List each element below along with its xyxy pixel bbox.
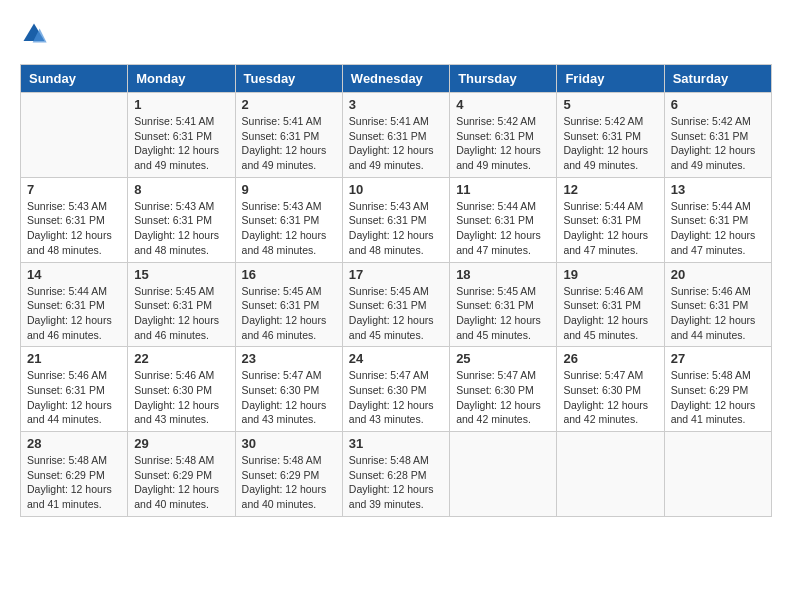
- day-info: Sunrise: 5:42 AMSunset: 6:31 PMDaylight:…: [456, 114, 550, 173]
- calendar-cell: 28Sunrise: 5:48 AMSunset: 6:29 PMDayligh…: [21, 432, 128, 517]
- day-number: 20: [671, 267, 765, 282]
- day-info: Sunrise: 5:48 AMSunset: 6:29 PMDaylight:…: [242, 453, 336, 512]
- day-info: Sunrise: 5:45 AMSunset: 6:31 PMDaylight:…: [134, 284, 228, 343]
- calendar-cell: 24Sunrise: 5:47 AMSunset: 6:30 PMDayligh…: [342, 347, 449, 432]
- page-header: [20, 20, 772, 48]
- day-number: 2: [242, 97, 336, 112]
- calendar-cell: [21, 93, 128, 178]
- calendar-cell: 29Sunrise: 5:48 AMSunset: 6:29 PMDayligh…: [128, 432, 235, 517]
- calendar-week-row: 21Sunrise: 5:46 AMSunset: 6:31 PMDayligh…: [21, 347, 772, 432]
- calendar-cell: 17Sunrise: 5:45 AMSunset: 6:31 PMDayligh…: [342, 262, 449, 347]
- day-info: Sunrise: 5:43 AMSunset: 6:31 PMDaylight:…: [349, 199, 443, 258]
- day-number: 3: [349, 97, 443, 112]
- calendar-cell: 4Sunrise: 5:42 AMSunset: 6:31 PMDaylight…: [450, 93, 557, 178]
- day-info: Sunrise: 5:46 AMSunset: 6:30 PMDaylight:…: [134, 368, 228, 427]
- day-number: 28: [27, 436, 121, 451]
- calendar-cell: 18Sunrise: 5:45 AMSunset: 6:31 PMDayligh…: [450, 262, 557, 347]
- day-of-week-header: Sunday: [21, 65, 128, 93]
- day-info: Sunrise: 5:47 AMSunset: 6:30 PMDaylight:…: [242, 368, 336, 427]
- day-number: 1: [134, 97, 228, 112]
- day-of-week-header: Wednesday: [342, 65, 449, 93]
- day-number: 13: [671, 182, 765, 197]
- day-number: 9: [242, 182, 336, 197]
- day-number: 30: [242, 436, 336, 451]
- calendar-cell: 27Sunrise: 5:48 AMSunset: 6:29 PMDayligh…: [664, 347, 771, 432]
- day-info: Sunrise: 5:41 AMSunset: 6:31 PMDaylight:…: [134, 114, 228, 173]
- day-number: 25: [456, 351, 550, 366]
- calendar-cell: 11Sunrise: 5:44 AMSunset: 6:31 PMDayligh…: [450, 177, 557, 262]
- day-info: Sunrise: 5:44 AMSunset: 6:31 PMDaylight:…: [27, 284, 121, 343]
- calendar-cell: 7Sunrise: 5:43 AMSunset: 6:31 PMDaylight…: [21, 177, 128, 262]
- calendar-week-row: 7Sunrise: 5:43 AMSunset: 6:31 PMDaylight…: [21, 177, 772, 262]
- day-info: Sunrise: 5:45 AMSunset: 6:31 PMDaylight:…: [349, 284, 443, 343]
- day-number: 10: [349, 182, 443, 197]
- calendar-cell: 2Sunrise: 5:41 AMSunset: 6:31 PMDaylight…: [235, 93, 342, 178]
- calendar-cell: 30Sunrise: 5:48 AMSunset: 6:29 PMDayligh…: [235, 432, 342, 517]
- calendar-table: SundayMondayTuesdayWednesdayThursdayFrid…: [20, 64, 772, 517]
- day-info: Sunrise: 5:41 AMSunset: 6:31 PMDaylight:…: [242, 114, 336, 173]
- day-number: 12: [563, 182, 657, 197]
- day-info: Sunrise: 5:48 AMSunset: 6:29 PMDaylight:…: [671, 368, 765, 427]
- day-number: 22: [134, 351, 228, 366]
- day-info: Sunrise: 5:41 AMSunset: 6:31 PMDaylight:…: [349, 114, 443, 173]
- calendar-cell: 10Sunrise: 5:43 AMSunset: 6:31 PMDayligh…: [342, 177, 449, 262]
- calendar-week-row: 28Sunrise: 5:48 AMSunset: 6:29 PMDayligh…: [21, 432, 772, 517]
- calendar-cell: 15Sunrise: 5:45 AMSunset: 6:31 PMDayligh…: [128, 262, 235, 347]
- day-info: Sunrise: 5:43 AMSunset: 6:31 PMDaylight:…: [134, 199, 228, 258]
- day-info: Sunrise: 5:43 AMSunset: 6:31 PMDaylight:…: [27, 199, 121, 258]
- day-number: 23: [242, 351, 336, 366]
- calendar-cell: 20Sunrise: 5:46 AMSunset: 6:31 PMDayligh…: [664, 262, 771, 347]
- day-info: Sunrise: 5:43 AMSunset: 6:31 PMDaylight:…: [242, 199, 336, 258]
- day-number: 18: [456, 267, 550, 282]
- day-number: 16: [242, 267, 336, 282]
- day-info: Sunrise: 5:44 AMSunset: 6:31 PMDaylight:…: [456, 199, 550, 258]
- calendar-week-row: 14Sunrise: 5:44 AMSunset: 6:31 PMDayligh…: [21, 262, 772, 347]
- calendar-cell: 22Sunrise: 5:46 AMSunset: 6:30 PMDayligh…: [128, 347, 235, 432]
- day-of-week-header: Thursday: [450, 65, 557, 93]
- calendar-cell: 31Sunrise: 5:48 AMSunset: 6:28 PMDayligh…: [342, 432, 449, 517]
- day-info: Sunrise: 5:48 AMSunset: 6:28 PMDaylight:…: [349, 453, 443, 512]
- day-number: 4: [456, 97, 550, 112]
- calendar-cell: [664, 432, 771, 517]
- day-number: 5: [563, 97, 657, 112]
- day-info: Sunrise: 5:45 AMSunset: 6:31 PMDaylight:…: [456, 284, 550, 343]
- calendar-cell: 3Sunrise: 5:41 AMSunset: 6:31 PMDaylight…: [342, 93, 449, 178]
- calendar-cell: 14Sunrise: 5:44 AMSunset: 6:31 PMDayligh…: [21, 262, 128, 347]
- calendar-cell: 13Sunrise: 5:44 AMSunset: 6:31 PMDayligh…: [664, 177, 771, 262]
- calendar-cell: 26Sunrise: 5:47 AMSunset: 6:30 PMDayligh…: [557, 347, 664, 432]
- day-number: 15: [134, 267, 228, 282]
- day-number: 8: [134, 182, 228, 197]
- day-info: Sunrise: 5:47 AMSunset: 6:30 PMDaylight:…: [563, 368, 657, 427]
- calendar-cell: 6Sunrise: 5:42 AMSunset: 6:31 PMDaylight…: [664, 93, 771, 178]
- calendar-cell: [557, 432, 664, 517]
- day-info: Sunrise: 5:47 AMSunset: 6:30 PMDaylight:…: [349, 368, 443, 427]
- day-info: Sunrise: 5:46 AMSunset: 6:31 PMDaylight:…: [671, 284, 765, 343]
- day-info: Sunrise: 5:45 AMSunset: 6:31 PMDaylight:…: [242, 284, 336, 343]
- calendar-cell: 23Sunrise: 5:47 AMSunset: 6:30 PMDayligh…: [235, 347, 342, 432]
- calendar-cell: 8Sunrise: 5:43 AMSunset: 6:31 PMDaylight…: [128, 177, 235, 262]
- calendar-cell: 12Sunrise: 5:44 AMSunset: 6:31 PMDayligh…: [557, 177, 664, 262]
- day-number: 19: [563, 267, 657, 282]
- logo-icon: [20, 20, 48, 48]
- calendar-header-row: SundayMondayTuesdayWednesdayThursdayFrid…: [21, 65, 772, 93]
- day-info: Sunrise: 5:46 AMSunset: 6:31 PMDaylight:…: [563, 284, 657, 343]
- calendar-cell: [450, 432, 557, 517]
- day-number: 11: [456, 182, 550, 197]
- day-info: Sunrise: 5:46 AMSunset: 6:31 PMDaylight:…: [27, 368, 121, 427]
- calendar-cell: 5Sunrise: 5:42 AMSunset: 6:31 PMDaylight…: [557, 93, 664, 178]
- day-number: 29: [134, 436, 228, 451]
- day-info: Sunrise: 5:42 AMSunset: 6:31 PMDaylight:…: [671, 114, 765, 173]
- day-number: 6: [671, 97, 765, 112]
- day-of-week-header: Monday: [128, 65, 235, 93]
- day-info: Sunrise: 5:44 AMSunset: 6:31 PMDaylight:…: [563, 199, 657, 258]
- calendar-week-row: 1Sunrise: 5:41 AMSunset: 6:31 PMDaylight…: [21, 93, 772, 178]
- calendar-cell: 21Sunrise: 5:46 AMSunset: 6:31 PMDayligh…: [21, 347, 128, 432]
- day-info: Sunrise: 5:44 AMSunset: 6:31 PMDaylight:…: [671, 199, 765, 258]
- day-info: Sunrise: 5:48 AMSunset: 6:29 PMDaylight:…: [27, 453, 121, 512]
- day-of-week-header: Tuesday: [235, 65, 342, 93]
- day-info: Sunrise: 5:48 AMSunset: 6:29 PMDaylight:…: [134, 453, 228, 512]
- day-number: 26: [563, 351, 657, 366]
- day-number: 17: [349, 267, 443, 282]
- day-number: 21: [27, 351, 121, 366]
- day-number: 7: [27, 182, 121, 197]
